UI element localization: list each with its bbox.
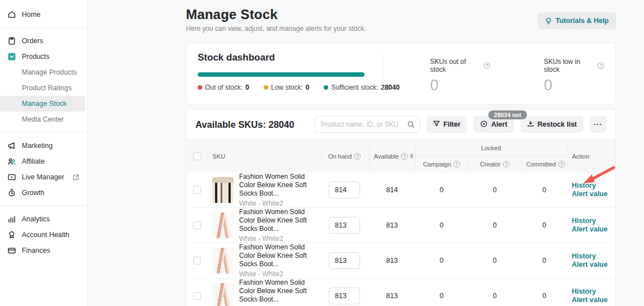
sort-icon[interactable] (410, 154, 413, 159)
col-header-creator[interactable]: Creator? (468, 156, 521, 173)
sidebar-item-product-ratings[interactable]: Product Ratings (0, 80, 85, 96)
on-hand-input[interactable] (329, 288, 360, 304)
page-subtitle: Here you can view, adjust, and manage al… (186, 25, 538, 33)
col-header-available[interactable]: Available? (369, 140, 415, 173)
stat-skus-out-of-stock: SKUs out of stock? 0 (430, 58, 490, 94)
table-row: Fashion Women Solid Color Below Knee Sof… (186, 243, 615, 279)
alert-value-link[interactable]: Alert value (572, 190, 611, 198)
stock-dashboard-title: Stock dashboard (198, 52, 382, 63)
help-icon[interactable]: ? (484, 62, 491, 69)
help-icon[interactable]: ? (598, 62, 604, 69)
page-title: Manage Stock (186, 7, 538, 22)
orders-icon (7, 36, 16, 45)
creator-value: 0 (468, 173, 521, 208)
sidebar-item-orders[interactable]: Orders (0, 33, 85, 49)
stat-value: 0 (544, 77, 604, 94)
restock-list-button[interactable]: Restock list (520, 116, 584, 133)
history-link[interactable]: History (572, 217, 611, 225)
sidebar-item-marketing[interactable]: Marketing (0, 138, 85, 154)
on-hand-input[interactable] (329, 252, 360, 269)
row-checkbox[interactable] (193, 257, 201, 265)
sidebar-item-affiliate[interactable]: Affiliate (0, 154, 85, 169)
product-variant: White - White2 (239, 235, 315, 243)
product-name: Fashion Women Solid Color Below Knee Sof… (239, 208, 315, 233)
sidebar-item-label: Affiliate (22, 157, 80, 165)
sidebar-nav: HomeOrdersProductsManage ProductsProduct… (0, 7, 87, 258)
help-icon[interactable]: ? (401, 153, 408, 160)
products-icon (7, 52, 16, 61)
campaign-value: 0 (415, 208, 468, 243)
creator-value: 0 (468, 243, 521, 279)
filter-button[interactable]: Filter (426, 116, 468, 133)
table-row: Fashion Women Solid Color Below Knee Sof… (186, 208, 615, 243)
affiliate-icon (7, 157, 16, 166)
tutorials-help-button[interactable]: Tutorials & Help (538, 12, 616, 29)
sidebar-item-growth[interactable]: Growth (0, 185, 85, 201)
alert-button-wrapper: 28034 not Alert (473, 116, 514, 133)
stock-progress-fill (198, 72, 365, 77)
sidebar-item-label: Finances (22, 247, 80, 254)
help-icon[interactable]: ? (354, 153, 361, 160)
product-thumbnail (212, 212, 234, 238)
help-icon[interactable]: ? (454, 161, 460, 168)
col-header-committed[interactable]: Committed? (521, 156, 567, 173)
sidebar-item-home[interactable]: Home (0, 7, 85, 22)
product-name: Fashion Women Solid Color Below Knee Sof… (239, 243, 315, 268)
help-icon[interactable]: ? (503, 161, 510, 168)
alert-count-badge: 28034 not (488, 110, 526, 119)
on-hand-input[interactable] (329, 217, 360, 234)
campaign-value: 0 (415, 243, 468, 279)
search-input[interactable] (315, 116, 420, 133)
help-icon[interactable]: ? (558, 161, 565, 168)
sidebar-item-label: Live Manager (22, 173, 72, 181)
row-checkbox[interactable] (193, 221, 201, 229)
sidebar-item-account-health[interactable]: Account Health (0, 227, 85, 243)
legend-out-of-stock: Out of stock: 0 (198, 84, 249, 91)
sidebar-item-analytics[interactable]: Analytics (0, 211, 85, 227)
sidebar-item-media-center[interactable]: Media Center (0, 112, 85, 127)
col-header-on-hand[interactable]: On hand? (320, 140, 369, 173)
alert-value-link[interactable]: Alert value (572, 261, 611, 269)
main-content: Manage Stock Here you can view, adjust, … (88, 0, 644, 306)
alert-value-link[interactable]: Alert value (572, 225, 611, 234)
stock-table: SKU On hand? Available? Locked Action Ca… (186, 140, 615, 306)
col-header-sku[interactable]: SKU (208, 140, 320, 173)
sidebar-item-manage-stock[interactable]: Manage Stock (0, 96, 85, 112)
row-checkbox[interactable] (193, 292, 201, 300)
more-actions-button[interactable]: ··· (590, 116, 606, 133)
sidebar-item-products[interactable]: Products (0, 49, 85, 64)
product-cell: Fashion Women Solid Color Below Knee Sof… (212, 243, 315, 278)
history-link[interactable]: History (572, 182, 611, 190)
sidebar-item-live-manager[interactable]: Live Manager (0, 169, 85, 185)
sidebar: HomeOrdersProductsManage ProductsProduct… (0, 0, 88, 306)
download-icon (527, 120, 534, 129)
col-header-locked: Locked (415, 140, 567, 156)
history-link[interactable]: History (572, 252, 611, 261)
row-checkbox[interactable] (193, 186, 201, 194)
stock-progress-bar (198, 72, 365, 77)
product-variant: White - White2 (239, 200, 315, 207)
account-health-icon (7, 230, 16, 239)
col-header-campaign[interactable]: Campaign? (415, 156, 468, 173)
alert-value-link[interactable]: Alert value (572, 296, 611, 304)
sidebar-item-manage-products[interactable]: Manage Products (0, 64, 85, 80)
sidebar-item-label: Marketing (22, 142, 80, 150)
home-icon (7, 10, 16, 19)
stat-skus-low-in-stock: SKUs low in stock? 0 (544, 58, 604, 94)
select-all-checkbox[interactable] (193, 152, 201, 160)
on-hand-input[interactable] (329, 182, 360, 198)
search-icon[interactable] (407, 120, 415, 131)
history-link[interactable]: History (572, 288, 611, 296)
available-value: 813 (369, 243, 415, 279)
sidebar-item-label: Manage Stock (22, 100, 80, 108)
sidebar-item-finances[interactable]: Finances (0, 243, 85, 258)
stock-dashboard-left: Stock dashboard Out of stock: 0 Low stoc… (198, 52, 382, 94)
dashboard-stats: SKUs out of stock? 0 SKUs low in stock? … (383, 52, 604, 94)
sidebar-item-label: Growth (22, 189, 80, 197)
out-of-stock-dot (198, 85, 202, 90)
sidebar-item-label: Products (22, 53, 80, 61)
stock-dashboard-card: Stock dashboard Out of stock: 0 Low stoc… (186, 43, 616, 105)
sidebar-item-label: Analytics (22, 215, 80, 223)
sufficient-stock-dot (324, 85, 328, 90)
product-thumbnail (212, 283, 234, 306)
